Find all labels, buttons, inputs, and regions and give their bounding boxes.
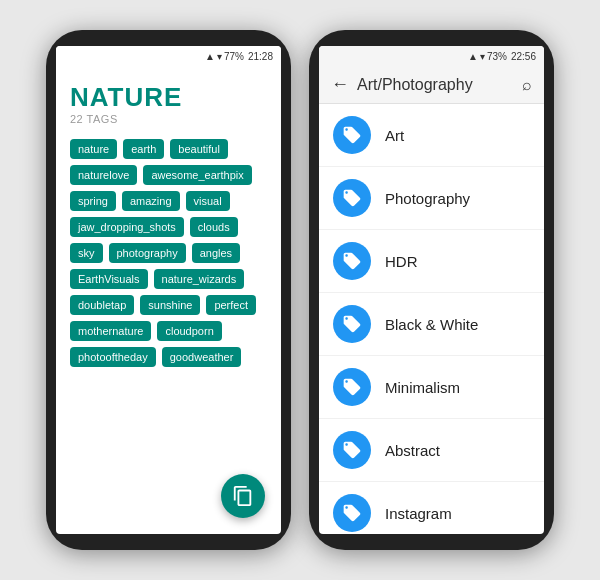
right-screen: ▲ ▾ 73% 22:56 ← Art/Photography ⌕ ArtPho… (319, 46, 544, 534)
right-time: 22:56 (511, 51, 536, 62)
tag-item[interactable]: sunshine (140, 295, 200, 315)
tag-icon (342, 440, 362, 460)
wifi-icon-right: ▾ (480, 51, 485, 62)
tag-icon (342, 188, 362, 208)
list-header: ← Art/Photography ⌕ (319, 66, 544, 104)
category-icon (333, 116, 371, 154)
category-icon (333, 242, 371, 280)
list-item[interactable]: HDR (319, 230, 544, 293)
left-screen: ▲ ▾ 77% 21:28 NATURE 22 TAGS natureearth… (56, 46, 281, 534)
tag-icon (342, 377, 362, 397)
left-status-icons: ▲ ▾ 77% (205, 51, 244, 62)
list-item[interactable]: Abstract (319, 419, 544, 482)
tag-item[interactable]: photooftheday (70, 347, 156, 367)
category-icon (333, 494, 371, 532)
category-label: Minimalism (385, 379, 460, 396)
left-phone: ▲ ▾ 77% 21:28 NATURE 22 TAGS natureearth… (46, 30, 291, 550)
category-icon (333, 179, 371, 217)
tag-item[interactable]: mothernature (70, 321, 151, 341)
tag-item[interactable]: nature (70, 139, 117, 159)
tag-item[interactable]: visual (186, 191, 230, 211)
nature-subtitle: 22 TAGS (70, 113, 267, 125)
right-phone: ▲ ▾ 73% 22:56 ← Art/Photography ⌕ ArtPho… (309, 30, 554, 550)
category-label: Photography (385, 190, 470, 207)
tag-item[interactable]: nature_wizards (154, 269, 245, 289)
category-label: Art (385, 127, 404, 144)
tag-item[interactable]: earth (123, 139, 164, 159)
search-button[interactable]: ⌕ (522, 76, 532, 94)
tag-item[interactable]: sky (70, 243, 103, 263)
list-item[interactable]: Art (319, 104, 544, 167)
copy-fab-button[interactable] (221, 474, 265, 518)
tag-item[interactable]: cloudporn (157, 321, 221, 341)
category-icon (333, 431, 371, 469)
header-title: Art/Photography (357, 76, 514, 94)
category-label: Abstract (385, 442, 440, 459)
category-icon (333, 305, 371, 343)
category-label: Instagram (385, 505, 452, 522)
tag-item[interactable]: angles (192, 243, 240, 263)
tag-item[interactable]: amazing (122, 191, 180, 211)
tag-item[interactable]: spring (70, 191, 116, 211)
left-status-bar: ▲ ▾ 77% 21:28 (56, 46, 281, 66)
battery-text: 77% (224, 51, 244, 62)
tag-item[interactable]: doubletap (70, 295, 134, 315)
nature-content: NATURE 22 TAGS natureearthbeautifulnatur… (56, 66, 281, 534)
category-label: HDR (385, 253, 418, 270)
list-item[interactable]: Photography (319, 167, 544, 230)
tag-item[interactable]: EarthVisuals (70, 269, 148, 289)
copy-icon (232, 485, 254, 507)
right-status-icons: ▲ ▾ 73% (468, 51, 507, 62)
tag-item[interactable]: photography (109, 243, 186, 263)
list-item[interactable]: Minimalism (319, 356, 544, 419)
tag-icon (342, 314, 362, 334)
wifi-icon: ▾ (217, 51, 222, 62)
back-button[interactable]: ← (331, 74, 349, 95)
tag-icon (342, 125, 362, 145)
tag-item[interactable]: awesome_earthpix (143, 165, 251, 185)
tag-item[interactable]: goodweather (162, 347, 242, 367)
battery-text-right: 73% (487, 51, 507, 62)
tags-container: natureearthbeautifulnatureloveawesome_ea… (70, 139, 267, 367)
signal-icon-right: ▲ (468, 51, 478, 62)
left-time: 21:28 (248, 51, 273, 62)
list-item[interactable]: Instagram (319, 482, 544, 534)
tag-item[interactable]: jaw_dropping_shots (70, 217, 184, 237)
tag-item[interactable]: perfect (206, 295, 256, 315)
tag-icon (342, 503, 362, 523)
nature-title: NATURE (70, 82, 267, 113)
category-list: ArtPhotographyHDRBlack & WhiteMinimalism… (319, 104, 544, 534)
tag-item[interactable]: beautiful (170, 139, 228, 159)
right-status-bar: ▲ ▾ 73% 22:56 (319, 46, 544, 66)
list-item[interactable]: Black & White (319, 293, 544, 356)
tag-item[interactable]: clouds (190, 217, 238, 237)
signal-icon: ▲ (205, 51, 215, 62)
category-label: Black & White (385, 316, 478, 333)
tag-icon (342, 251, 362, 271)
category-icon (333, 368, 371, 406)
tag-item[interactable]: naturelove (70, 165, 137, 185)
